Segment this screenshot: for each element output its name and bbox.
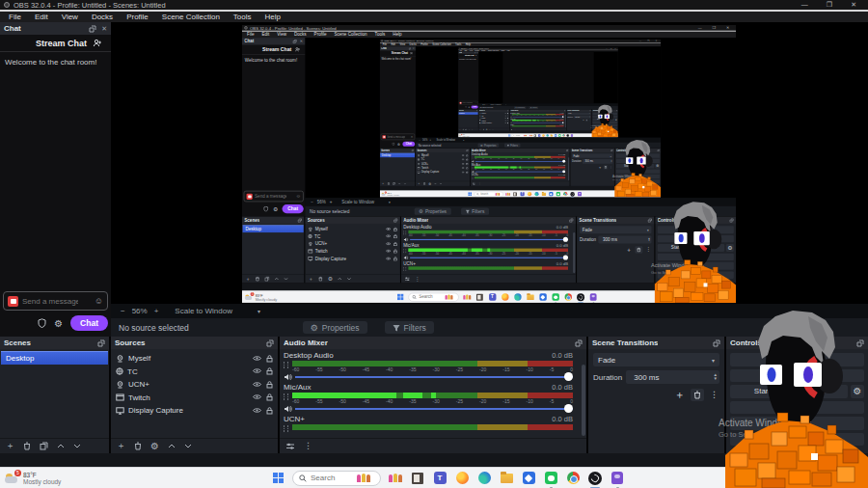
chat-input-box[interactable]: ☺ xyxy=(459,101,478,105)
teams-app-icon[interactable]: T xyxy=(520,192,525,197)
duration-input[interactable]: 300 ms ▲▼ xyxy=(598,235,651,243)
start-streaming-button[interactable]: Start Streaming xyxy=(593,113,618,115)
viewers-icon[interactable] xyxy=(93,39,102,47)
chat-message-input[interactable] xyxy=(387,135,405,138)
virtual-camera-settings-gear-icon[interactable]: ⚙ xyxy=(655,164,660,168)
speaker-icon[interactable] xyxy=(284,405,292,413)
drag-handle-icon[interactable] xyxy=(472,176,474,178)
minimize-button[interactable]: — xyxy=(698,25,702,31)
chat-send-button[interactable]: Chat xyxy=(283,204,304,213)
notebook-app-icon[interactable] xyxy=(533,134,536,137)
menu-scene-collection[interactable]: Scene Collection xyxy=(487,49,501,51)
remove-source-icon[interactable] xyxy=(423,182,426,185)
emote-icon[interactable]: ☺ xyxy=(95,297,103,306)
zoom-in-button[interactable]: + xyxy=(330,200,333,204)
lock-icon[interactable] xyxy=(466,154,468,157)
source-row-tc[interactable]: TC xyxy=(111,366,278,379)
file-explorer-icon[interactable] xyxy=(499,471,514,486)
source-row-display-capture[interactable]: Display Capture xyxy=(478,122,509,123)
drag-handle-icon[interactable] xyxy=(284,361,289,368)
speaker-icon[interactable] xyxy=(510,116,512,117)
popout-icon[interactable] xyxy=(476,110,477,111)
settings-button[interactable]: Settings xyxy=(658,262,734,270)
file-explorer-icon[interactable] xyxy=(526,292,534,301)
emote-icon[interactable]: ☺ xyxy=(475,102,477,104)
lock-icon[interactable] xyxy=(507,122,508,123)
studio-mode-button[interactable]: Studio Mode xyxy=(658,253,734,260)
visibility-eye-icon[interactable] xyxy=(386,234,391,238)
menu-view[interactable]: View xyxy=(397,43,407,47)
menu-docks[interactable]: Docks xyxy=(474,49,480,51)
widgets-tulips-icon[interactable] xyxy=(388,471,403,486)
taskbar-weather-widget[interactable]: 5 83°F Mostly cloudy xyxy=(380,192,468,197)
advanced-audio-sliders-icon[interactable] xyxy=(473,182,475,185)
visibility-eye-icon[interactable] xyxy=(462,167,465,169)
volume-slider[interactable] xyxy=(512,122,563,123)
source-row-twitch[interactable]: Twitch xyxy=(478,120,509,122)
source-properties-gear-icon[interactable]: ⚙ xyxy=(150,442,159,451)
minimize-button[interactable]: — xyxy=(606,47,607,49)
stats-signal-icon[interactable] xyxy=(727,456,737,464)
search-input[interactable] xyxy=(311,474,353,482)
popout-icon[interactable] xyxy=(466,149,469,152)
visibility-eye-icon[interactable] xyxy=(386,227,391,230)
lock-icon[interactable] xyxy=(266,407,273,415)
menu-profile[interactable]: Profile xyxy=(480,49,487,51)
menu-file[interactable]: File xyxy=(2,12,28,22)
maximize-button[interactable]: ❐ xyxy=(610,47,611,49)
source-row-twitch[interactable]: Twitch xyxy=(416,166,470,170)
notebook-app-icon[interactable] xyxy=(410,471,425,486)
chrome-app-icon[interactable] xyxy=(562,134,565,137)
popout-icon[interactable] xyxy=(616,110,617,111)
lock-icon[interactable] xyxy=(393,249,397,254)
source-row-myself[interactable]: Myself xyxy=(111,352,278,366)
studio-mode-button[interactable]: Studio Mode xyxy=(616,169,660,173)
spinner-arrows-icon[interactable]: ▲▼ xyxy=(648,237,651,242)
properties-button[interactable]: ⚙Properties xyxy=(514,107,526,109)
start-recording-button[interactable]: Start Recording xyxy=(658,235,734,243)
advanced-audio-sliders-icon[interactable] xyxy=(511,129,513,131)
drag-handle-icon[interactable] xyxy=(510,114,511,115)
chat-input-box[interactable]: ☺ xyxy=(381,134,415,140)
duration-input[interactable]: 300 ms ▲▼ xyxy=(583,159,612,164)
viewers-icon[interactable] xyxy=(295,47,301,52)
visibility-eye-icon[interactable] xyxy=(504,120,506,121)
kebab-menu-icon[interactable]: ⋮ xyxy=(610,166,612,169)
remove-scene-icon[interactable] xyxy=(463,129,464,131)
volume-slider[interactable] xyxy=(475,170,565,173)
start-button[interactable] xyxy=(270,471,285,486)
duplicate-scene-icon[interactable] xyxy=(40,442,48,450)
preview-area[interactable]: OBS 32.0.4 - Profile: Untitled - Scenes:… xyxy=(111,22,868,304)
obs-app-icon[interactable] xyxy=(566,134,569,137)
virtual-camera-settings-gear-icon[interactable]: ⚙ xyxy=(851,385,864,398)
chat-send-button[interactable]: Chat xyxy=(70,315,108,331)
speaker-icon[interactable] xyxy=(472,160,475,163)
drag-handle-icon[interactable] xyxy=(284,424,289,432)
minimize-button[interactable]: — xyxy=(801,0,808,10)
edge-app-icon[interactable] xyxy=(476,471,492,486)
file-explorer-icon[interactable] xyxy=(541,192,546,197)
chat-settings-gear-icon[interactable]: ⚙ xyxy=(468,106,470,108)
mixer-scrollbar[interactable] xyxy=(573,232,575,273)
add-transition-icon[interactable]: ＋ xyxy=(626,247,632,253)
source-row-twitch[interactable]: Twitch xyxy=(111,392,278,405)
start-virtual-camera-button[interactable]: Start Virtual Camera xyxy=(593,119,614,121)
volume-slider[interactable] xyxy=(475,160,565,163)
popout-icon[interactable] xyxy=(657,149,660,152)
chat-identity-shield-icon[interactable] xyxy=(392,143,394,146)
menu-scene-collection[interactable]: Scene Collection xyxy=(430,43,453,47)
maximize-button[interactable]: ❐ xyxy=(827,0,832,10)
maximize-button[interactable]: ❐ xyxy=(647,40,649,42)
lock-icon[interactable] xyxy=(507,113,508,114)
chrome-app-icon[interactable] xyxy=(563,192,568,197)
lock-icon[interactable] xyxy=(466,167,468,170)
drag-handle-icon[interactable] xyxy=(284,393,289,400)
menu-docks[interactable]: Docks xyxy=(85,12,120,22)
menu-file[interactable]: File xyxy=(380,43,389,47)
add-transition-icon[interactable]: ＋ xyxy=(598,166,602,170)
lock-icon[interactable] xyxy=(266,381,273,389)
chat-dock-titlebar[interactable]: Chat ✕ xyxy=(380,46,416,50)
source-properties-gear-icon[interactable]: ⚙ xyxy=(428,182,431,185)
menu-profile[interactable]: Profile xyxy=(120,12,155,22)
remove-transition-button[interactable] xyxy=(635,246,642,253)
